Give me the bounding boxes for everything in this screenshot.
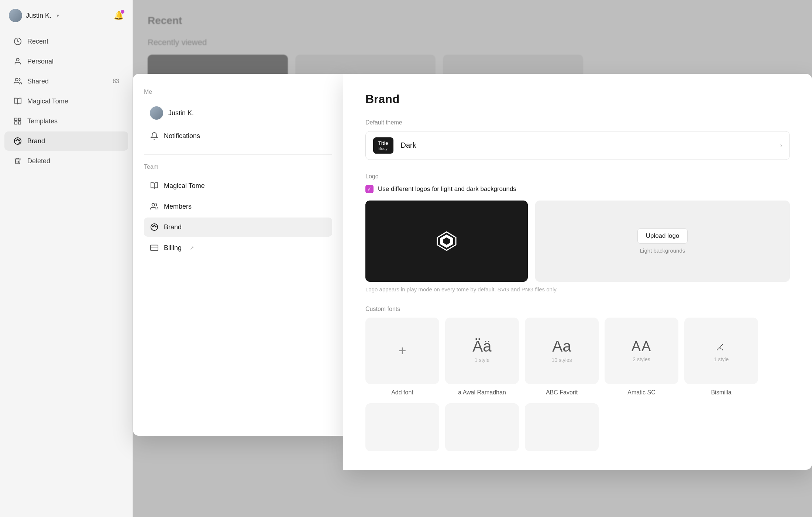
bismilla-font-container: 𑀢 1 style Bismilla xyxy=(684,318,758,396)
sidebar-item-personal[interactable]: Personal xyxy=(4,52,128,71)
logo-section: Logo ✓ Use different logos for light and… xyxy=(365,173,790,292)
shared-badge: 83 xyxy=(113,78,119,85)
bismilla-font-preview: 𑀢 xyxy=(714,339,728,353)
bell-icon xyxy=(150,131,159,140)
sidebar-item-templates[interactable]: Templates xyxy=(4,112,128,131)
external-link-icon: ↗ xyxy=(190,245,194,251)
bismilla-font-label: Bismilla xyxy=(711,389,731,396)
svg-point-14 xyxy=(154,225,155,226)
modal-notifications-item[interactable]: Notifications xyxy=(144,126,332,145)
awal-font-label: a Awal Ramadhan xyxy=(458,389,506,396)
modal-user-avatar xyxy=(150,106,163,120)
amatic-font-label: Amatic SC xyxy=(627,389,656,396)
modal-brand-item[interactable]: Brand xyxy=(144,218,332,237)
modal-user-item[interactable]: Justin K. xyxy=(144,101,332,125)
logo-dark-card[interactable] xyxy=(365,201,528,282)
user-icon xyxy=(13,57,22,66)
logo-section-label: Logo xyxy=(365,173,790,180)
custom-fonts-label: Custom fonts xyxy=(365,306,790,312)
add-font-icon: + xyxy=(398,343,406,359)
svg-point-15 xyxy=(155,226,156,227)
awal-font-preview: Ää xyxy=(472,339,491,354)
theme-selector[interactable]: Title Body Dark › xyxy=(365,131,790,160)
awal-font-container: Ää 1 style a Awal Ramadhan xyxy=(445,318,519,396)
abc-font-styles: 10 styles xyxy=(551,357,572,363)
sidebar-item-brand[interactable]: Brand xyxy=(4,131,128,151)
abc-font-preview: Aa xyxy=(552,339,571,354)
abc-font-label: ABC Favorit xyxy=(546,389,578,396)
clock-icon xyxy=(13,37,22,46)
me-section-label: Me xyxy=(144,89,332,95)
amatic-font-card[interactable]: AA 2 styles xyxy=(605,318,678,384)
palette-icon xyxy=(13,137,22,145)
user-menu[interactable]: Justin K. ▾ xyxy=(9,9,59,22)
add-font-container: + Add font xyxy=(365,318,439,396)
brand-modal-label: Brand xyxy=(164,223,182,231)
awal-font-card[interactable]: Ää 1 style xyxy=(445,318,519,384)
amatic-font-preview: AA xyxy=(632,339,652,353)
font-card-sm-2[interactable] xyxy=(445,403,519,451)
theme-chevron-icon: › xyxy=(780,142,782,149)
theme-preview-body-text: Body xyxy=(378,146,388,151)
svg-point-11 xyxy=(152,203,155,206)
sidebar-item-recent[interactable]: Recent xyxy=(4,32,128,51)
sidebar-header: Justin K. ▾ 🔔 xyxy=(0,9,133,31)
modal-members-item[interactable]: Members xyxy=(144,197,332,216)
fonts-grid: + Add font Ää 1 style a Awal Ramadhan Aa… xyxy=(365,318,790,396)
users-icon-modal xyxy=(150,202,159,211)
font-card-sm-3[interactable] xyxy=(525,403,599,451)
modal-billing-item[interactable]: Billing ↗ xyxy=(144,238,332,257)
shared-label: Shared xyxy=(27,78,49,85)
modal-magical-tome-item[interactable]: Magical Tome xyxy=(144,176,332,195)
logo-hint-text: Logo appears in play mode on every tome … xyxy=(365,286,790,292)
brand-label: Brand xyxy=(27,137,45,145)
personal-label: Personal xyxy=(27,58,54,65)
add-font-card[interactable]: + xyxy=(365,318,439,384)
svg-rect-6 xyxy=(18,122,21,124)
bismilla-font-card[interactable]: 𑀢 1 style xyxy=(684,318,758,384)
templates-label: Templates xyxy=(27,117,58,125)
magical-tome-label: Magical Tome xyxy=(27,97,68,105)
theme-preview-swatch: Title Body xyxy=(373,137,393,154)
awal-font-styles: 1 style xyxy=(475,357,489,363)
modal-right-panel: Brand Default theme Title Body Dark › Lo… xyxy=(343,74,812,470)
notifications-label: Notifications xyxy=(164,132,200,140)
svg-point-9 xyxy=(17,139,18,140)
users-icon xyxy=(13,77,22,86)
book-icon xyxy=(13,97,22,106)
checkbox-check-icon: ✓ xyxy=(367,186,372,192)
palette-icon-modal xyxy=(150,223,159,232)
notification-bell[interactable]: 🔔 xyxy=(114,11,124,20)
bismilla-font-styles: 1 style xyxy=(714,356,729,362)
sidebar-item-magical-tome[interactable]: Magical Tome xyxy=(4,92,128,111)
modal-left-panel: Me Justin K. Notifications Team Magical … xyxy=(133,74,343,436)
sidebar-item-shared[interactable]: Shared 83 xyxy=(4,72,128,91)
magical-tome-modal-label: Magical Tome xyxy=(164,182,205,190)
default-theme-label: Default theme xyxy=(365,119,790,126)
notification-dot xyxy=(121,10,124,14)
logo-checkbox[interactable]: ✓ xyxy=(365,185,374,193)
chevron-down-icon: ▾ xyxy=(56,13,59,18)
svg-point-1 xyxy=(16,58,19,61)
amatic-font-styles: 2 styles xyxy=(633,356,650,362)
sidebar-item-deleted[interactable]: Deleted xyxy=(4,151,128,171)
card-icon-modal xyxy=(150,243,159,252)
modal-user-name: Justin K. xyxy=(168,109,194,117)
logo-checkbox-row[interactable]: ✓ Use different logos for light and dark… xyxy=(365,185,790,193)
theme-preview-title-text: Title xyxy=(378,140,388,146)
book-icon-modal xyxy=(150,181,159,190)
sidebar: Justin K. ▾ 🔔 Recent Personal Shared 83 … xyxy=(0,0,133,517)
upload-logo-button[interactable]: Upload logo xyxy=(637,228,688,244)
custom-fonts-section: Custom fonts + Add font Ää 1 style a Awa… xyxy=(365,306,790,451)
logo-light-card[interactable]: Upload logo Light backgrounds xyxy=(535,201,790,282)
font-card-sm-1[interactable] xyxy=(365,403,439,451)
team-section-label: Team xyxy=(144,164,332,170)
abc-font-card[interactable]: Aa 10 styles xyxy=(525,318,599,384)
theme-name-label: Dark xyxy=(401,141,416,150)
billing-modal-label: Billing xyxy=(164,244,182,252)
divider xyxy=(144,154,332,155)
logo-cards-row: Upload logo Light backgrounds xyxy=(365,201,790,282)
fonts-row2 xyxy=(365,403,790,451)
recent-label: Recent xyxy=(27,38,48,45)
svg-rect-5 xyxy=(15,122,17,124)
